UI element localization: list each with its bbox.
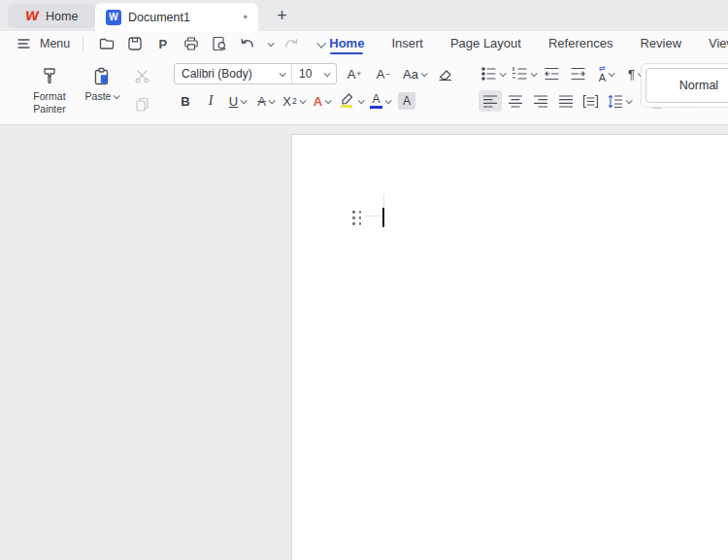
home-workspace-tab[interactable]: W Home (8, 4, 95, 28)
wps-logo-icon: W (24, 9, 40, 23)
italic-button[interactable]: I (199, 90, 222, 112)
strikethrough-button[interactable]: A (252, 90, 279, 112)
underline-button[interactable]: U (224, 90, 250, 112)
highlight-color-button[interactable] (337, 90, 365, 112)
font-size-select[interactable]: 10 (291, 64, 336, 83)
tab-home[interactable]: Home (329, 31, 364, 56)
ribbon-tab-strip: Home Insert Page Layout References Revie… (329, 31, 728, 56)
font-color-caret (385, 97, 392, 104)
cursor-guide-line (383, 194, 384, 208)
text-effects-caret (325, 97, 332, 104)
tab-references[interactable]: References (548, 31, 612, 56)
glyph-part: X (282, 94, 291, 109)
font-size-value: 10 (299, 67, 312, 81)
numbering-caret (531, 70, 538, 77)
superscript-button[interactable]: X2 (281, 90, 307, 112)
print-preview-icon[interactable] (209, 34, 229, 53)
hamburger-icon (14, 34, 34, 53)
new-tab-button[interactable]: + (272, 6, 292, 26)
glyph-part: Aa (403, 67, 418, 82)
glyph-part: A (372, 93, 380, 105)
character-shading-button[interactable]: A (395, 90, 418, 112)
tab-insert[interactable]: Insert (391, 31, 423, 56)
home-tab-label: Home (46, 10, 78, 23)
align-right-button[interactable] (529, 90, 552, 112)
ribbon-home: Format Painter Paste (0, 56, 728, 125)
line-spacing-button[interactable] (605, 90, 633, 112)
document-tab[interactable]: W Document1 • (95, 3, 258, 31)
paste-label: Paste (85, 90, 119, 103)
font-family-caret (280, 70, 286, 77)
undo-button[interactable] (237, 34, 257, 53)
change-case-caret (421, 70, 428, 77)
bold-button[interactable]: B (174, 90, 197, 112)
glyph-part: A (377, 67, 385, 82)
export-pdf-icon[interactable]: P (152, 34, 173, 53)
cut-copy-column (132, 63, 152, 115)
change-case-button[interactable]: Aa (401, 63, 428, 84)
open-file-icon[interactable] (96, 34, 116, 53)
clipboard-group: Format Painter Paste (27, 63, 152, 115)
format-painter-label: Format Painter (27, 90, 72, 115)
pilcrow-icon: ¶ (628, 67, 635, 82)
cut-icon[interactable] (132, 66, 152, 85)
glyph-part: − (385, 69, 390, 79)
decrease-indent-button[interactable] (541, 63, 564, 84)
copy-icon[interactable] (132, 94, 152, 114)
text-effects-icon: A (314, 94, 322, 109)
menu-button[interactable]: Menu (14, 34, 70, 53)
tab-page-layout[interactable]: Page Layout (450, 31, 521, 56)
document-page[interactable] (291, 134, 728, 560)
format-painter-button[interactable]: Format Painter (27, 63, 72, 115)
tab-view[interactable]: View (709, 31, 728, 56)
paste-clipboard-icon (92, 63, 112, 87)
save-icon[interactable] (124, 34, 145, 53)
glyph-part: U (229, 94, 238, 109)
align-center-button[interactable] (504, 90, 527, 112)
paste-button[interactable]: Paste (80, 63, 124, 115)
bullets-button[interactable] (479, 63, 507, 84)
format-painter-brush-icon (40, 63, 59, 87)
shrink-font-button[interactable]: A− (372, 63, 395, 84)
glyph-part: A (347, 67, 356, 82)
text-effects-button[interactable]: A (309, 90, 335, 112)
unsaved-indicator-dot: • (243, 11, 248, 23)
justify-button[interactable] (554, 90, 578, 112)
underline-caret (241, 97, 248, 104)
font-color-button[interactable]: A (367, 90, 393, 112)
character-shading-icon: A (398, 92, 415, 110)
grow-font-button[interactable]: A+ (343, 63, 366, 84)
paste-dropdown-caret (114, 92, 120, 99)
align-left-button[interactable] (479, 90, 502, 112)
menu-label: Menu (40, 37, 70, 50)
glyph-part: + (356, 69, 361, 79)
styles-gallery: Normal (641, 63, 728, 108)
font-family-value: Calibri (Body) (182, 67, 252, 81)
character-scaling-icon: ⇄ A (599, 65, 606, 83)
increase-indent-button[interactable] (567, 63, 590, 84)
customize-toolbar-chevron-icon[interactable] (309, 34, 329, 53)
highlight-caret (358, 97, 365, 104)
toolbar-divider (83, 37, 83, 51)
character-scaling-caret (609, 70, 615, 77)
undo-dropdown-caret[interactable] (268, 40, 275, 47)
style-normal[interactable]: Normal (645, 68, 728, 103)
paragraph-drag-handle[interactable] (352, 211, 361, 225)
font-family-select[interactable]: Calibri (Body) (175, 64, 291, 83)
tab-review[interactable]: Review (640, 31, 681, 56)
print-icon[interactable] (181, 34, 201, 53)
glyph-part: A (257, 94, 266, 109)
numbering-button[interactable] (510, 63, 538, 84)
strikethrough-caret (268, 97, 275, 104)
redo-button[interactable] (281, 34, 301, 53)
superscript-caret (299, 97, 306, 104)
character-scaling-button[interactable]: ⇄ A (593, 63, 619, 84)
clear-formatting-button[interactable] (434, 63, 457, 84)
text-cursor (382, 208, 384, 227)
glyph-part: A (599, 73, 606, 83)
document-tab-label: Document1 (128, 11, 190, 24)
chevron-down-icon (316, 38, 326, 48)
font-color-bar (370, 106, 382, 109)
distribute-text-button[interactable] (579, 90, 603, 112)
font-size-caret (324, 70, 331, 77)
